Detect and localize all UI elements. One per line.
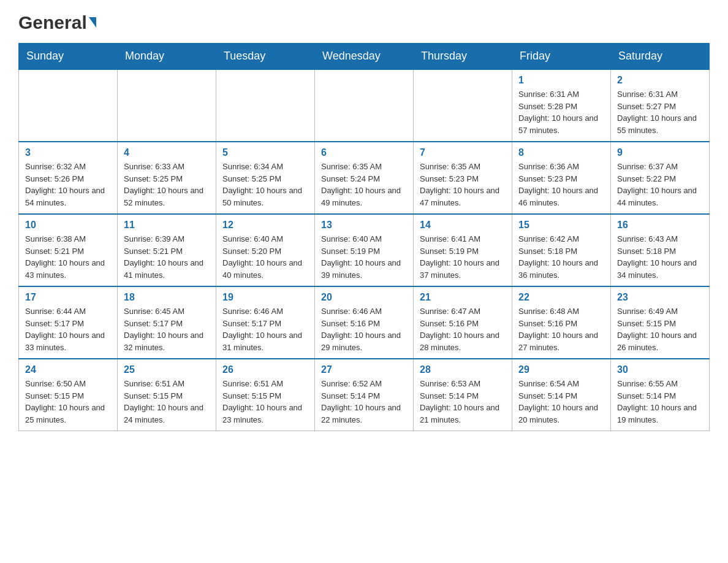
day-number: 9	[617, 147, 703, 158]
calendar-header-saturday: Saturday	[611, 44, 710, 70]
day-cell-27: 27Sunrise: 6:52 AM Sunset: 5:14 PM Dayli…	[315, 359, 414, 431]
day-info: Sunrise: 6:35 AM Sunset: 5:23 PM Dayligh…	[420, 161, 506, 209]
calendar-header-sunday: Sunday	[19, 44, 118, 70]
day-cell-28: 28Sunrise: 6:53 AM Sunset: 5:14 PM Dayli…	[414, 359, 512, 431]
day-number: 20	[321, 292, 407, 303]
day-number: 3	[25, 147, 111, 158]
day-number: 27	[321, 364, 407, 375]
day-cell-29: 29Sunrise: 6:54 AM Sunset: 5:14 PM Dayli…	[512, 359, 611, 431]
empty-cell	[118, 69, 216, 142]
day-cell-4: 4Sunrise: 6:33 AM Sunset: 5:25 PM Daylig…	[118, 142, 216, 214]
day-number: 18	[124, 292, 210, 303]
calendar-table: SundayMondayTuesdayWednesdayThursdayFrid…	[18, 43, 710, 431]
day-number: 26	[222, 364, 308, 375]
day-number: 25	[124, 364, 210, 375]
logo-triangle-icon	[89, 17, 96, 28]
day-cell-2: 2Sunrise: 6:31 AM Sunset: 5:27 PM Daylig…	[611, 69, 710, 142]
day-info: Sunrise: 6:46 AM Sunset: 5:16 PM Dayligh…	[321, 305, 407, 353]
empty-cell	[216, 69, 315, 142]
day-cell-13: 13Sunrise: 6:40 AM Sunset: 5:19 PM Dayli…	[315, 214, 414, 286]
day-info: Sunrise: 6:51 AM Sunset: 5:15 PM Dayligh…	[124, 378, 210, 426]
day-cell-11: 11Sunrise: 6:39 AM Sunset: 5:21 PM Dayli…	[118, 214, 216, 286]
day-cell-21: 21Sunrise: 6:47 AM Sunset: 5:16 PM Dayli…	[414, 286, 512, 359]
day-cell-23: 23Sunrise: 6:49 AM Sunset: 5:15 PM Dayli…	[611, 286, 710, 359]
day-cell-6: 6Sunrise: 6:35 AM Sunset: 5:24 PM Daylig…	[315, 142, 414, 214]
day-info: Sunrise: 6:44 AM Sunset: 5:17 PM Dayligh…	[25, 305, 111, 353]
day-info: Sunrise: 6:50 AM Sunset: 5:15 PM Dayligh…	[25, 378, 111, 426]
day-info: Sunrise: 6:45 AM Sunset: 5:17 PM Dayligh…	[124, 305, 210, 353]
calendar-header-friday: Friday	[512, 44, 611, 70]
day-number: 16	[617, 220, 703, 231]
day-info: Sunrise: 6:35 AM Sunset: 5:24 PM Dayligh…	[321, 161, 407, 209]
page-header: General	[18, 12, 710, 31]
day-number: 30	[617, 364, 703, 375]
day-cell-15: 15Sunrise: 6:42 AM Sunset: 5:18 PM Dayli…	[512, 214, 611, 286]
day-cell-18: 18Sunrise: 6:45 AM Sunset: 5:17 PM Dayli…	[118, 286, 216, 359]
day-info: Sunrise: 6:32 AM Sunset: 5:26 PM Dayligh…	[25, 161, 111, 209]
day-cell-26: 26Sunrise: 6:51 AM Sunset: 5:15 PM Dayli…	[216, 359, 315, 431]
day-number: 15	[518, 220, 604, 231]
week-row-1: 1Sunrise: 6:31 AM Sunset: 5:28 PM Daylig…	[19, 69, 710, 142]
day-number: 28	[420, 364, 506, 375]
day-number: 1	[518, 75, 604, 86]
day-info: Sunrise: 6:46 AM Sunset: 5:17 PM Dayligh…	[222, 305, 308, 353]
day-cell-10: 10Sunrise: 6:38 AM Sunset: 5:21 PM Dayli…	[19, 214, 118, 286]
calendar-header-wednesday: Wednesday	[315, 44, 414, 70]
day-cell-12: 12Sunrise: 6:40 AM Sunset: 5:20 PM Dayli…	[216, 214, 315, 286]
day-info: Sunrise: 6:42 AM Sunset: 5:18 PM Dayligh…	[518, 233, 604, 281]
logo: General	[18, 12, 96, 31]
week-row-4: 17Sunrise: 6:44 AM Sunset: 5:17 PM Dayli…	[19, 286, 710, 359]
day-cell-8: 8Sunrise: 6:36 AM Sunset: 5:23 PM Daylig…	[512, 142, 611, 214]
day-number: 5	[222, 147, 308, 158]
day-info: Sunrise: 6:49 AM Sunset: 5:15 PM Dayligh…	[617, 305, 703, 353]
day-number: 13	[321, 220, 407, 231]
day-number: 29	[518, 364, 604, 375]
day-number: 19	[222, 292, 308, 303]
day-info: Sunrise: 6:36 AM Sunset: 5:23 PM Dayligh…	[518, 161, 604, 209]
day-info: Sunrise: 6:52 AM Sunset: 5:14 PM Dayligh…	[321, 378, 407, 426]
day-cell-14: 14Sunrise: 6:41 AM Sunset: 5:19 PM Dayli…	[414, 214, 512, 286]
day-cell-7: 7Sunrise: 6:35 AM Sunset: 5:23 PM Daylig…	[414, 142, 512, 214]
week-row-3: 10Sunrise: 6:38 AM Sunset: 5:21 PM Dayli…	[19, 214, 710, 286]
day-info: Sunrise: 6:54 AM Sunset: 5:14 PM Dayligh…	[518, 378, 604, 426]
day-info: Sunrise: 6:55 AM Sunset: 5:14 PM Dayligh…	[617, 378, 703, 426]
day-number: 22	[518, 292, 604, 303]
empty-cell	[315, 69, 414, 142]
empty-cell	[19, 69, 118, 142]
calendar-header-monday: Monday	[118, 44, 216, 70]
day-cell-30: 30Sunrise: 6:55 AM Sunset: 5:14 PM Dayli…	[611, 359, 710, 431]
day-info: Sunrise: 6:48 AM Sunset: 5:16 PM Dayligh…	[518, 305, 604, 353]
day-number: 2	[617, 75, 703, 86]
day-number: 10	[25, 220, 111, 231]
calendar-header-tuesday: Tuesday	[216, 44, 315, 70]
day-cell-19: 19Sunrise: 6:46 AM Sunset: 5:17 PM Dayli…	[216, 286, 315, 359]
day-cell-24: 24Sunrise: 6:50 AM Sunset: 5:15 PM Dayli…	[19, 359, 118, 431]
day-info: Sunrise: 6:34 AM Sunset: 5:25 PM Dayligh…	[222, 161, 308, 209]
day-info: Sunrise: 6:47 AM Sunset: 5:16 PM Dayligh…	[420, 305, 506, 353]
calendar-header-row: SundayMondayTuesdayWednesdayThursdayFrid…	[19, 44, 710, 70]
day-number: 17	[25, 292, 111, 303]
day-number: 6	[321, 147, 407, 158]
day-info: Sunrise: 6:53 AM Sunset: 5:14 PM Dayligh…	[420, 378, 506, 426]
day-cell-22: 22Sunrise: 6:48 AM Sunset: 5:16 PM Dayli…	[512, 286, 611, 359]
day-info: Sunrise: 6:38 AM Sunset: 5:21 PM Dayligh…	[25, 233, 111, 281]
day-cell-9: 9Sunrise: 6:37 AM Sunset: 5:22 PM Daylig…	[611, 142, 710, 214]
day-number: 8	[518, 147, 604, 158]
day-info: Sunrise: 6:51 AM Sunset: 5:15 PM Dayligh…	[222, 378, 308, 426]
day-number: 23	[617, 292, 703, 303]
day-info: Sunrise: 6:37 AM Sunset: 5:22 PM Dayligh…	[617, 161, 703, 209]
day-cell-1: 1Sunrise: 6:31 AM Sunset: 5:28 PM Daylig…	[512, 69, 611, 142]
day-cell-25: 25Sunrise: 6:51 AM Sunset: 5:15 PM Dayli…	[118, 359, 216, 431]
week-row-5: 24Sunrise: 6:50 AM Sunset: 5:15 PM Dayli…	[19, 359, 710, 431]
day-number: 11	[124, 220, 210, 231]
day-cell-3: 3Sunrise: 6:32 AM Sunset: 5:26 PM Daylig…	[19, 142, 118, 214]
day-cell-5: 5Sunrise: 6:34 AM Sunset: 5:25 PM Daylig…	[216, 142, 315, 214]
empty-cell	[414, 69, 512, 142]
day-number: 14	[420, 220, 506, 231]
day-cell-16: 16Sunrise: 6:43 AM Sunset: 5:18 PM Dayli…	[611, 214, 710, 286]
day-cell-20: 20Sunrise: 6:46 AM Sunset: 5:16 PM Dayli…	[315, 286, 414, 359]
calendar-header-thursday: Thursday	[414, 44, 512, 70]
day-info: Sunrise: 6:31 AM Sunset: 5:27 PM Dayligh…	[617, 88, 703, 136]
day-info: Sunrise: 6:40 AM Sunset: 5:20 PM Dayligh…	[222, 233, 308, 281]
day-info: Sunrise: 6:39 AM Sunset: 5:21 PM Dayligh…	[124, 233, 210, 281]
